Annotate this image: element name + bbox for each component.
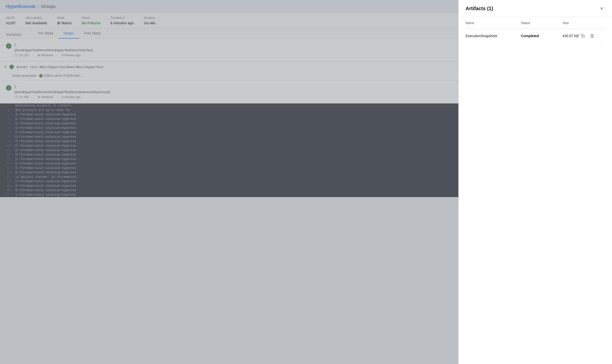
line-content: G:\foreman\nunit-selenium-hyperexe [15, 153, 76, 156]
line-number: 8 [3, 135, 10, 139]
terminal-line: 17ic Options classes' [G:\foreman\nu [0, 175, 458, 179]
breadcrumb-separator: / [38, 4, 39, 9]
line-content: G:\foreman\nunit-selenium-hyperexe [15, 193, 76, 197]
line-number: 21 [3, 193, 10, 197]
duration-label: Duration [144, 16, 155, 20]
artifact-status: Completed [521, 34, 563, 38]
tests-row: Test(s) associated: ✓ 3TBKU-UKATJ-FQHFI-… [0, 72, 458, 80]
terminal-line: 14G:\foreman\nunit-selenium-hyperexe [0, 161, 458, 166]
line-number: 6 [3, 126, 10, 130]
line-content: G:\foreman\nunit-selenium-hyperexe [15, 189, 76, 192]
line-content: G:\foreman\nunit-selenium-hyperexe [15, 113, 76, 116]
line-number: 10 [3, 144, 10, 148]
tab-post-steps[interactable]: Post Steps [79, 28, 106, 39]
test-badge: ✓ 3TBKU-UKATJ-FQHFI-6WJ... [39, 74, 83, 78]
job-label-col: Job Label(s) Not Available [26, 16, 47, 25]
group-2-meta: 🕐 1m 46s · ⊞ Windows · 6 minutes ago [14, 95, 110, 99]
line-number: 19 [3, 184, 10, 188]
drawer-title: Artifacts (1) [466, 6, 493, 11]
tab-stages[interactable]: Stages [58, 28, 79, 39]
line-content: G:\foreman\nunit-selenium-hyperexe [15, 166, 76, 170]
job-label-value: Not Available [26, 21, 47, 25]
clock-icon-1: 🕐 [14, 53, 18, 57]
line-content: G:\foreman\nunit-selenium-hyperexe [15, 162, 76, 165]
terminal-line: 18G:\foreman\nunit-selenium-hyperexe [0, 179, 458, 184]
terminal-line: 19G:\foreman\nunit-selenium-hyperexe [0, 184, 458, 188]
line-number: 1 [3, 104, 10, 107]
terminal-line: 13G:\foreman\nunit-selenium-hyperexe [0, 157, 458, 161]
terminal-line: 8G:\foreman\nunit-selenium-hyperexe [0, 135, 458, 139]
terminal-line: 11G:\foreman\nunit-selenium-hyperexe [0, 148, 458, 153]
line-number: 11 [3, 149, 10, 152]
command-status-icon: ✓ [9, 65, 14, 69]
created-at-label: Created at [111, 16, 134, 20]
col-header-size: Size [562, 21, 590, 25]
terminal-area: 1 Determining projects to restore.2 All … [0, 104, 458, 197]
artifact-actions [590, 34, 605, 38]
mode-label: Mode [57, 16, 72, 20]
clock-icon-2: 🕐 [14, 95, 18, 99]
line-content: G:\foreman\nunit-selenium-hyperexe [15, 180, 76, 183]
line-number: 4 [3, 117, 10, 121]
status-label: Status [82, 16, 101, 20]
line-content: G:\foreman\nunit-selenium-hyperexe [15, 135, 76, 139]
artifact-size: 430.57 KB [562, 34, 590, 38]
breadcrumb-groups[interactable]: Groups [41, 4, 56, 9]
group-row-1[interactable]: ✓ 1 (NUnitHyperTestDemo/NUnitHyperTestDe… [0, 39, 458, 61]
group-row-2[interactable]: ✓ 2 (NUnitHyperTestDemo/NUnitHyperTestDe… [0, 81, 458, 103]
tab-pre-steps[interactable]: Pre Steps [33, 28, 58, 39]
group-1-platform: ⊞ Windows [38, 53, 53, 57]
breadcrumb-hyper[interactable]: HyperExecute [6, 4, 36, 9]
mode-value: Matrix [62, 21, 72, 25]
terminal-line: 5G:\foreman\nunit-selenium-hyperexe [0, 121, 458, 126]
status-col: Status No Failures [82, 16, 101, 25]
job-label-label: Job Label(s) [26, 16, 47, 20]
group-1-duration: 🕐 1m 32s [14, 53, 29, 57]
test-badge-dot: ✓ [39, 74, 43, 78]
line-number: 20 [3, 189, 10, 192]
line-content: G:\foreman\nunit-selenium-hyperexe [15, 131, 76, 134]
windows-icon-2: ⊞ [38, 95, 40, 99]
terminal-line: 7G:\foreman\nunit-selenium-hyperexe [0, 130, 458, 135]
col-header-name: Name [466, 21, 521, 25]
job-id-col: Job ID #1187 [6, 16, 16, 25]
line-number: 3 [3, 113, 10, 116]
line-content: G:\foreman\nunit-selenium-hyperexe [15, 122, 76, 125]
tests-label: Test(s) associated: [12, 74, 37, 78]
line-content: G:\foreman\nunit-selenium-hyperexe [15, 184, 76, 188]
tabs-bar: Pre Steps Stages Post Steps [27, 28, 458, 39]
line-content: G:\foreman\nunit-selenium-hyperexe [15, 117, 76, 121]
chevron-down-icon: ▼ [4, 65, 7, 69]
duration-value: 1m 46s [144, 21, 155, 25]
job-id-label: Job ID [6, 16, 16, 20]
job-info-bar: Job ID #1187 Job Label(s) Not Available … [0, 13, 458, 28]
line-number: 18 [3, 180, 10, 183]
windows-icon-1: ⊞ [38, 53, 40, 57]
terminal-line: 21G:\foreman\nunit-selenium-hyperexe [0, 193, 458, 197]
background-panel: HyperExecute / Groups Job ID #1187 Job L… [0, 0, 458, 364]
artifacts-drawer: Artifacts (1) × Name Status Size Executi… [458, 0, 612, 364]
copy-icon[interactable] [581, 34, 585, 38]
line-number: 13 [3, 157, 10, 161]
line-content: G:\foreman\nunit-selenium-hyperexe [15, 140, 76, 143]
artifact-row-0: ExecutionSnapshots Completed 430.57 KB [466, 29, 605, 43]
mode-col: Mode ⊞ Matrix [57, 16, 72, 25]
line-number: 16 [3, 171, 10, 174]
delete-icon[interactable] [590, 34, 594, 38]
col-header-status: Status [521, 21, 563, 25]
line-number: 7 [3, 131, 10, 134]
line-number: 12 [3, 153, 10, 156]
created-at-col: Created at 6 minutes ago [111, 16, 134, 25]
terminal-line: 4G:\foreman\nunit-selenium-hyperexe [0, 117, 458, 121]
terminal-line: 16G:\foreman\nunit-selenium-hyperexe [0, 170, 458, 175]
group-2-duration: 🕐 1m 46s [14, 95, 29, 99]
line-content: G:\foreman\nunit-selenium-hyperexe [15, 126, 76, 130]
terminal-line: 6G:\foreman\nunit-selenium-hyperexe [0, 126, 458, 130]
command-text: dotnet test NUnitHyperTestDemo/NUnitHype… [16, 65, 104, 69]
terminal-line: 15G:\foreman\nunit-selenium-hyperexe [0, 166, 458, 170]
duration-col: Duration 1m 46s [144, 16, 155, 25]
line-content: All projects are up-to-date for [15, 108, 71, 112]
line-number: 17 [3, 175, 10, 179]
line-content: ic Options classes' [G:\foreman\nu [15, 175, 76, 179]
close-button[interactable]: × [598, 5, 605, 12]
